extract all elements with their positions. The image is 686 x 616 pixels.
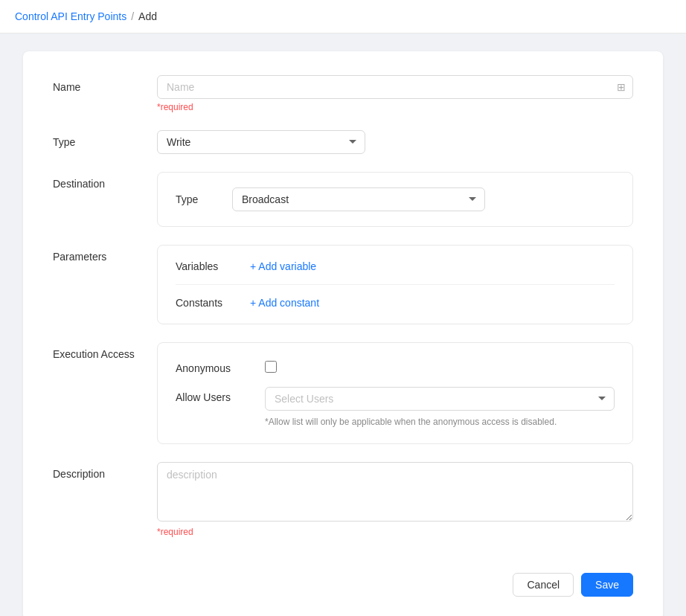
destination-inner-row: Type Broadcast Direct Queue <box>176 187 615 211</box>
parameters-label: Parameters <box>53 245 157 263</box>
description-required: *required <box>157 527 633 537</box>
description-textarea[interactable] <box>157 462 633 522</box>
anonymous-checkbox[interactable] <box>265 361 277 373</box>
allow-users-row: Allow Users Select Users *Allow list wil… <box>176 387 615 429</box>
destination-label: Destination <box>53 172 157 190</box>
anonymous-row: Anonymous <box>176 358 615 375</box>
name-input-wrapper: ⊞ <box>157 75 633 99</box>
allow-users-label: Allow Users <box>176 387 265 403</box>
execution-access-row: Execution Access Anonymous Allow Users S… <box>53 342 633 444</box>
type-select[interactable]: Write Read <box>157 130 365 154</box>
name-input[interactable] <box>157 75 633 99</box>
add-constant-link[interactable]: + Add constant <box>250 297 319 309</box>
destination-content: Type Broadcast Direct Queue <box>157 172 633 227</box>
allow-users-hint: *Allow list will only be applicable when… <box>265 415 615 429</box>
params-divider <box>176 284 615 285</box>
anonymous-label: Anonymous <box>176 358 265 374</box>
name-content: ⊞ *required <box>157 75 633 112</box>
paste-icon: ⊞ <box>617 81 626 93</box>
breadcrumb-link[interactable]: Control API Entry Points <box>15 10 126 22</box>
type-label: Type <box>53 130 157 148</box>
main-card: Name ⊞ *required Type Write Read Destina… <box>23 51 663 616</box>
save-button[interactable]: Save <box>581 573 633 597</box>
cancel-button[interactable]: Cancel <box>513 573 574 597</box>
description-label: Description <box>53 462 157 480</box>
execution-access-label: Execution Access <box>53 342 157 360</box>
name-required: *required <box>157 102 633 112</box>
destination-type-select[interactable]: Broadcast Direct Queue <box>232 187 485 211</box>
footer-buttons: Cancel Save <box>53 561 633 597</box>
description-row: Description *required <box>53 462 633 537</box>
name-label: Name <box>53 75 157 93</box>
constants-label: Constants <box>176 297 250 309</box>
destination-select-wrapper: Broadcast Direct Queue <box>232 187 485 211</box>
exec-section: Anonymous Allow Users Select Users *Allo… <box>157 342 633 444</box>
constants-row: Constants + Add constant <box>176 297 615 309</box>
name-row: Name ⊞ *required <box>53 75 633 112</box>
type-row: Type Write Read <box>53 130 633 154</box>
parameters-content: Variables + Add variable Constants + Add… <box>157 245 633 324</box>
execution-access-content: Anonymous Allow Users Select Users *Allo… <box>157 342 633 444</box>
destination-type-label: Type <box>176 193 220 205</box>
parameters-row: Parameters Variables + Add variable Cons… <box>53 245 633 324</box>
allow-users-value: Select Users *Allow list will only be ap… <box>265 387 615 429</box>
anonymous-value <box>265 358 615 375</box>
description-content: *required <box>157 462 633 537</box>
breadcrumb-current: Add <box>138 10 157 22</box>
type-content: Write Read <box>157 130 365 154</box>
add-variable-link[interactable]: + Add variable <box>250 260 316 272</box>
destination-row: Destination Type Broadcast Direct Queue <box>53 172 633 227</box>
allow-users-select[interactable]: Select Users <box>265 387 615 411</box>
variables-row: Variables + Add variable <box>176 260 615 272</box>
breadcrumb: Control API Entry Points / Add <box>0 0 686 33</box>
destination-box: Type Broadcast Direct Queue <box>157 172 633 227</box>
breadcrumb-separator: / <box>131 10 134 22</box>
variables-label: Variables <box>176 260 250 272</box>
parameters-box: Variables + Add variable Constants + Add… <box>157 245 633 324</box>
